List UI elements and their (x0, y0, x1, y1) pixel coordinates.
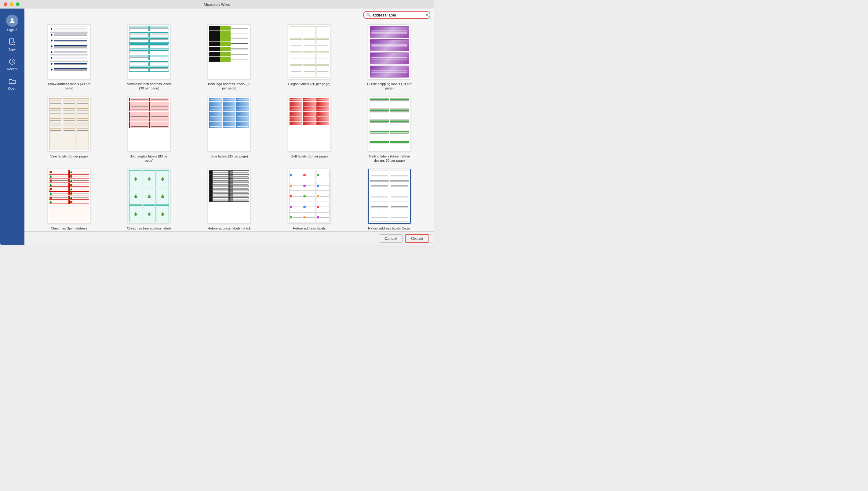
template-label: Elegant labels (30 per page) (288, 82, 330, 86)
template-minimalist-tech[interactable]: Minimalist tech address labels (30 per p… (111, 24, 188, 91)
sidebar-item-signin[interactable]: Sign in (0, 11, 24, 35)
sidebar-item-recent[interactable]: Recent (0, 54, 24, 74)
maximize-button[interactable] (16, 2, 20, 6)
template-thumb-bold-angles (128, 97, 170, 152)
template-christmas-tree[interactable]: 🎄 🎄 🎄 🎄 🎄 🎄 🎄 🎄 🎄 Christmas tree address… (111, 169, 188, 231)
signin-label: Sign in (7, 28, 18, 32)
open-icon (8, 77, 17, 85)
template-label: Return address labels (Black and White w… (206, 226, 252, 231)
template-label: Christmas tree address labels (30 per pa… (126, 226, 172, 231)
main-container: Sign in New (0, 8, 434, 246)
template-thumb-arrow (48, 24, 90, 79)
template-thumb-elegant (288, 24, 331, 79)
template-christmas-spirit[interactable]: Christmas Spirit address labels (30, 169, 108, 231)
avatar (6, 15, 18, 27)
template-thumb-drift (288, 97, 331, 152)
template-label: Drift labels (80 per page) (291, 154, 328, 158)
template-label: Christmas Spirit address labels (46, 226, 92, 231)
template-thumb-bears (288, 169, 331, 224)
search-clear-icon[interactable]: ✕ (425, 12, 429, 18)
search-input[interactable] (372, 13, 424, 18)
template-thumb-purple (368, 24, 411, 79)
template-thumb-basic-format (368, 169, 411, 224)
template-thumb-xmas (48, 169, 90, 224)
template-label: Vine labels (80 per page) (50, 154, 88, 158)
template-return-basic-format[interactable]: Return address labels (basic format, 80 … (351, 169, 428, 231)
recent-label: Recent (7, 67, 18, 71)
minimize-button[interactable] (10, 2, 13, 6)
template-vine-labels[interactable]: Vine labels (80 per page) (30, 97, 108, 163)
open-label: Open (8, 87, 17, 90)
template-elegant-labels[interactable]: Elegant labels (30 per page) (271, 24, 348, 91)
template-label: Blue labels (80 per page) (211, 154, 248, 158)
content-area: 🔍 ✕ (24, 8, 434, 246)
new-icon (8, 38, 17, 47)
template-thumb-blue (208, 97, 250, 152)
close-button[interactable] (4, 2, 7, 6)
template-blue-labels[interactable]: Blue labels (80 per page) (191, 97, 268, 163)
template-label: Mailing labels (Green Wave design, 30 pe… (367, 154, 412, 163)
template-thumb-green-wave (368, 97, 411, 152)
search-box[interactable]: 🔍 ✕ (363, 11, 430, 19)
template-thumb-bold-logo (208, 24, 250, 79)
template-bold-logo[interactable]: Bold logo address labels (30 per page) (191, 24, 268, 91)
create-button[interactable]: Create (405, 234, 429, 243)
template-thumb-bw (208, 169, 250, 224)
template-return-bw[interactable]: Return address labels (Black and White w… (191, 169, 268, 231)
template-label: Bold logo address labels (30 per page) (206, 82, 252, 91)
template-label: Purple shipping labels (10 per page) (367, 82, 412, 91)
template-mailing-green-wave[interactable]: Mailing labels (Green Wave design, 30 pe… (351, 97, 428, 163)
window-title: Microsoft Word (204, 2, 230, 7)
template-label: Return address labels (basic format, 80 … (367, 226, 412, 231)
template-purple-shipping[interactable]: Purple shipping labels (10 per page) (351, 24, 428, 91)
svg-point-4 (12, 42, 15, 45)
template-bold-angles[interactable]: Bold angles labels (80 per page) (111, 97, 188, 163)
template-thumb-minimalist-tech (128, 24, 170, 79)
svg-point-0 (11, 18, 13, 21)
template-thumb-vine (48, 97, 90, 152)
template-thumb-xmas-tree: 🎄 🎄 🎄 🎄 🎄 🎄 🎄 🎄 🎄 (128, 169, 170, 224)
titlebar: Microsoft Word (0, 0, 434, 8)
sidebar: Sign in New (0, 8, 24, 246)
search-icon: 🔍 (366, 13, 371, 17)
app-window: Microsoft Word Sign in (0, 0, 434, 246)
template-label: Minimalist tech address labels (30 per p… (126, 82, 172, 91)
sidebar-item-new[interactable]: New (0, 35, 24, 54)
template-label: Arrow address labels (30 per page) (46, 82, 92, 91)
sidebar-item-open[interactable]: Open (0, 74, 24, 93)
templates-grid: Arrow address labels (30 per page) (24, 21, 434, 231)
cancel-button[interactable]: Cancel (379, 234, 403, 242)
template-return-bears[interactable]: Return address labels (Rainbow Bears des… (271, 169, 348, 231)
template-drift-labels[interactable]: Drift labels (80 per page) (271, 97, 348, 163)
footer: Cancel Create (24, 231, 434, 246)
template-label: Bold angles labels (80 per page) (126, 154, 172, 163)
new-label: New (9, 48, 16, 51)
template-arrow-address[interactable]: Arrow address labels (30 per page) (30, 24, 108, 91)
search-bar: 🔍 ✕ (24, 8, 434, 21)
template-label: Return address labels (Rainbow Bears des… (287, 226, 332, 231)
recent-icon (8, 57, 17, 66)
